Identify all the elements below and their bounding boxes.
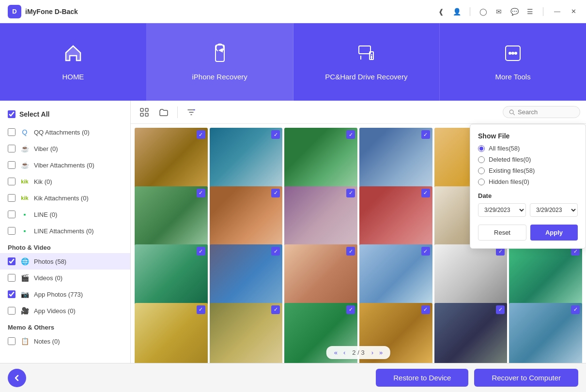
toolbar-separator (177, 106, 178, 118)
photo-cell[interactable]: ✓ (434, 303, 508, 363)
sidebar-cb-qq-attachments[interactable] (8, 128, 15, 136)
nav-iphone-recovery-label: iPhone Recovery (192, 73, 247, 81)
filter-dropdown: Show File All files(58) Deleted files(0)… (470, 124, 586, 249)
user-icon[interactable]: 👤 (452, 7, 461, 16)
sidebar-item-kik-attachments[interactable]: kik Kik Attachments (0) (0, 190, 130, 206)
sidebar-cb-line[interactable] (8, 211, 15, 218)
menu-icon[interactable]: ☰ (525, 7, 534, 16)
search-input[interactable] (518, 108, 574, 116)
photo-check-icon: ✓ (197, 130, 205, 139)
sidebar-item-kik[interactable]: kik Kik (0) (0, 173, 130, 190)
last-page-button[interactable]: » (377, 348, 385, 357)
sidebar-cb-videos[interactable] (8, 274, 15, 282)
viber-att-icon: ☕ (19, 160, 30, 170)
restore-to-device-button[interactable]: Restore to Device (376, 369, 468, 387)
photo-check-icon: ✓ (421, 247, 430, 256)
sidebar-label-app-videos: App Videos (0) (34, 307, 123, 315)
sidebar-label-videos: Videos (0) (34, 274, 123, 282)
grid-view-button[interactable] (137, 105, 152, 120)
sidebar-cb-kik[interactable] (8, 178, 15, 185)
share-icon[interactable]: ❰ (437, 7, 446, 16)
filter-radio-all[interactable] (478, 145, 485, 152)
svg-rect-8 (145, 108, 148, 111)
sidebar-item-qq-attachments[interactable]: Q QQ Attachments (0) (0, 124, 130, 140)
svg-rect-1 (359, 46, 370, 54)
pagination: « ‹ 2 / 3 › » (326, 346, 390, 359)
nav-iphone-recovery[interactable]: iPhone Recovery (147, 23, 293, 101)
filter-radio-deleted[interactable] (478, 156, 485, 163)
prev-page-button[interactable]: ‹ (341, 348, 347, 357)
next-page-button[interactable]: › (370, 348, 375, 357)
filter-option-deleted[interactable]: Deleted files(0) (478, 156, 578, 163)
filter-option-hidden[interactable]: Hidden files(0) (478, 178, 578, 185)
filter-date-title: Date (478, 192, 578, 199)
section-photo-video: Photo & Video (0, 239, 130, 253)
sidebar-item-line[interactable]: ▪ LINE (0) (0, 206, 130, 223)
sidebar-item-app-photos[interactable]: 📷 App Photos (773) (0, 286, 130, 302)
first-page-button[interactable]: « (332, 348, 339, 357)
recover-to-computer-button[interactable]: Recover to Computer (474, 369, 578, 387)
sidebar-item-photos[interactable]: 🌐 Photos (58) (0, 253, 130, 270)
photo-cell[interactable]: ✓ (509, 303, 582, 363)
sidebar-cb-notes[interactable] (8, 337, 15, 345)
filter-option-existing[interactable]: Existing files(58) (478, 167, 578, 174)
svg-rect-10 (145, 113, 148, 116)
icon-separator (470, 7, 470, 16)
sidebar-item-notes[interactable]: 📋 Notes (0) (0, 333, 130, 349)
sidebar-item-app-videos[interactable]: 🎥 App Videos (0) (0, 302, 130, 319)
filter-reset-button[interactable]: Reset (478, 225, 526, 241)
sidebar-item-line-attachments[interactable]: ▪ LINE Attachments (0) (0, 223, 130, 239)
filter-label-hidden: Hidden files(0) (489, 178, 529, 185)
filter-radio-existing[interactable] (478, 167, 485, 174)
sidebar-cb-viber-attachments[interactable] (8, 161, 15, 169)
nav-pc-recovery[interactable]: PC&Hard Drive Recovery (293, 23, 440, 101)
navbar: HOME iPhone Recovery PC&Hard Drive Recov… (0, 23, 586, 101)
back-button[interactable] (8, 369, 26, 387)
nav-home[interactable]: HOME (0, 23, 147, 101)
sidebar-item-viber-attachments[interactable]: ☕ Viber Attachments (0) (0, 157, 130, 173)
sidebar-item-viber[interactable]: ☕ Viber (0) (0, 140, 130, 157)
sidebar-cb-line-attachments[interactable] (8, 227, 15, 235)
photo-check-icon: ✓ (346, 130, 355, 139)
sidebar-label-line-attachments: LINE Attachments (0) (34, 227, 123, 235)
filter-date-to[interactable]: 3/29/2023 (530, 203, 578, 217)
photo-check-icon: ✓ (346, 189, 355, 197)
filter-date-from[interactable]: 3/29/2023 (478, 203, 526, 217)
sidebar-label-line: LINE (0) (34, 211, 123, 218)
photo-cell[interactable]: ✓ (210, 303, 283, 363)
line-icon: ▪ (19, 209, 30, 220)
filter-label-all: All files(58) (489, 145, 520, 152)
section-memo-others: Memo & Others (0, 319, 130, 333)
svg-rect-0 (216, 45, 224, 61)
sidebar-item-videos[interactable]: 🎬 Videos (0) (0, 270, 130, 286)
photo-check-icon: ✓ (421, 189, 430, 197)
photo-check-icon: ✓ (271, 305, 280, 314)
filter-apply-button[interactable]: Apply (530, 225, 578, 241)
kik-att-icon: kik (19, 193, 30, 203)
sidebar-label-viber: Viber (0) (34, 145, 123, 152)
photo-check-icon: ✓ (197, 247, 205, 256)
chat-icon[interactable]: 💬 (510, 7, 519, 16)
app-name: iMyFone D-Back (25, 8, 437, 15)
sidebar-cb-viber[interactable] (8, 145, 15, 152)
filter-radio-hidden[interactable] (478, 179, 485, 185)
app-logo: D (8, 5, 21, 18)
sidebar-cb-app-videos[interactable] (8, 307, 15, 315)
location-icon[interactable]: ◯ (479, 7, 488, 16)
select-all-checkbox[interactable] (8, 110, 15, 118)
minimize-button[interactable]: — (552, 8, 562, 15)
filter-option-all[interactable]: All files(58) (478, 145, 578, 152)
mail-icon[interactable]: ✉ (494, 7, 503, 16)
folder-view-button[interactable] (156, 105, 171, 120)
videos-icon: 🎬 (19, 272, 30, 283)
close-button[interactable]: ✕ (569, 8, 578, 15)
photo-cell[interactable]: ✓ (135, 303, 208, 363)
filter-date-row: 3/29/2023 3/29/2023 (478, 203, 578, 217)
nav-more-tools[interactable]: More Tools (440, 23, 586, 101)
sidebar-cb-photos[interactable] (8, 257, 15, 265)
search-box (503, 106, 580, 118)
sidebar-cb-app-photos[interactable] (8, 290, 15, 298)
sidebar-cb-kik-attachments[interactable] (8, 194, 15, 202)
filter-button[interactable] (184, 105, 199, 120)
sidebar-label-kik-attachments: Kik Attachments (0) (34, 195, 123, 202)
